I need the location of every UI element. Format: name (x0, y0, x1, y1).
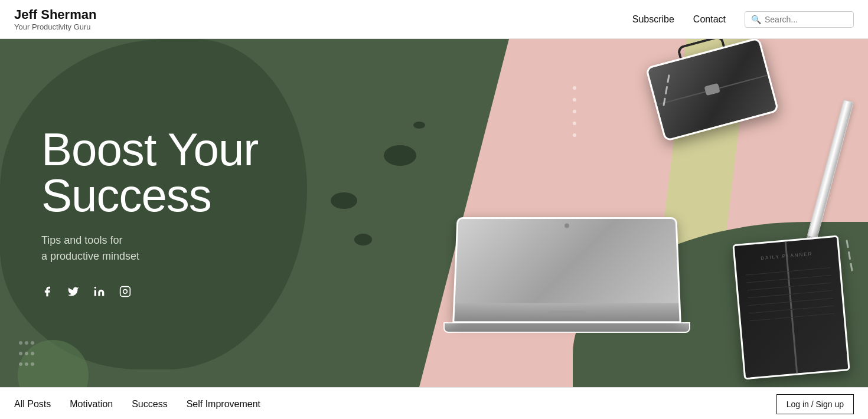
pen-body (807, 99, 854, 238)
planner-body: DAILY PLANNER (732, 235, 850, 380)
planner-illustration: DAILY PLANNER (732, 235, 850, 380)
contact-link[interactable]: Contact (693, 14, 726, 25)
svg-rect-0 (94, 290, 96, 296)
site-header: Jeff Sherman Your Productivity Guru Subs… (0, 0, 868, 39)
hero-social-links (41, 286, 295, 300)
instagram-icon[interactable] (119, 286, 131, 300)
search-icon: 🔍 (751, 15, 761, 24)
nav-motivation[interactable]: Motivation (70, 399, 113, 410)
nav-self-improvement[interactable]: Self Improvement (187, 399, 260, 410)
headline-line1: Boost Your (41, 123, 258, 175)
svg-rect-2 (120, 286, 130, 296)
hero-content: Boost Your Success Tips and tools for a … (0, 39, 331, 387)
subtext-line1: Tips and tools for (41, 234, 122, 246)
hero-product-items: DAILY PLANNER (407, 39, 868, 387)
brand: Jeff Sherman Your Productivity Guru (14, 7, 96, 31)
planner-lines (746, 267, 835, 328)
linkedin-icon[interactable] (93, 286, 105, 300)
laptop-illustration (455, 216, 679, 358)
login-button[interactable]: Log in / Sign up (776, 394, 854, 414)
dash-path (573, 86, 576, 137)
site-subtitle: Your Productivity Guru (14, 22, 96, 31)
laptop-base (443, 322, 690, 333)
nav-success[interactable]: Success (132, 399, 167, 410)
dots-decoration (18, 338, 35, 369)
subtext-line2: a productive mindset (41, 250, 139, 262)
search-box[interactable]: 🔍 (745, 11, 854, 28)
nav-all-posts[interactable]: All Posts (14, 399, 51, 410)
facebook-icon[interactable] (41, 286, 53, 300)
laptop-screen (452, 217, 681, 323)
briefcase-clasp (704, 83, 720, 96)
accent-oval-3 (354, 234, 372, 245)
site-title: Jeff Sherman (14, 7, 96, 22)
header-nav: Subscribe Contact 🔍 (632, 11, 854, 28)
dash-decoration-2 (849, 240, 850, 271)
bottom-nav: All Posts Motivation Success Self Improv… (0, 387, 868, 419)
dash-decoration-1 (665, 74, 667, 106)
hero-headline: Boost Your Success (41, 126, 295, 218)
hero-section: Boost Your Success Tips and tools for a … (0, 39, 868, 387)
accent-oval-1 (331, 192, 357, 209)
bottom-nav-links: All Posts Motivation Success Self Improv… (14, 399, 260, 410)
headline-line2: Success (41, 169, 211, 221)
svg-point-1 (94, 286, 96, 288)
subscribe-link[interactable]: Subscribe (632, 14, 674, 25)
search-input[interactable] (765, 15, 847, 24)
hero-subtext: Tips and tools for a productive mindset (41, 233, 295, 264)
twitter-icon[interactable] (67, 286, 79, 300)
